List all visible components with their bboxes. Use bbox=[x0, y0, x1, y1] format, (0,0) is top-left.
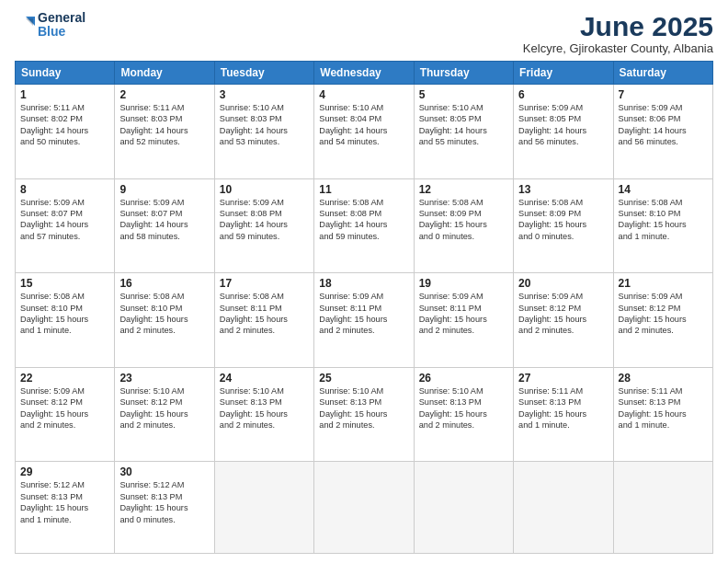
day-number: 7 bbox=[619, 88, 708, 101]
calendar-cell: 13Sunrise: 5:08 AM Sunset: 8:09 PM Dayli… bbox=[514, 178, 613, 273]
calendar-cell: 1Sunrise: 5:11 AM Sunset: 8:02 PM Daylig… bbox=[16, 85, 115, 179]
day-number: 27 bbox=[518, 372, 608, 385]
calendar-cell: 8Sunrise: 5:09 AM Sunset: 8:07 PM Daylig… bbox=[16, 178, 115, 273]
day-number: 18 bbox=[319, 277, 408, 290]
day-info: Sunrise: 5:11 AM Sunset: 8:03 PM Dayligh… bbox=[119, 102, 209, 148]
day-number: 25 bbox=[319, 372, 408, 385]
svg-marker-1 bbox=[26, 18, 33, 26]
day-number: 16 bbox=[119, 277, 209, 290]
day-number: 19 bbox=[419, 277, 508, 290]
header: General Blue June 2025 Kelcyre, Gjirokas… bbox=[15, 11, 713, 55]
calendar-cell: 10Sunrise: 5:09 AM Sunset: 8:08 PM Dayli… bbox=[214, 178, 313, 273]
day-info: Sunrise: 5:11 AM Sunset: 8:02 PM Dayligh… bbox=[20, 102, 109, 148]
calendar-cell: 17Sunrise: 5:08 AM Sunset: 8:11 PM Dayli… bbox=[214, 273, 313, 368]
calendar-cell: 19Sunrise: 5:09 AM Sunset: 8:11 PM Dayli… bbox=[414, 273, 513, 368]
day-number: 1 bbox=[20, 88, 109, 101]
day-info: Sunrise: 5:08 AM Sunset: 8:11 PM Dayligh… bbox=[220, 291, 309, 337]
calendar-cell: 30Sunrise: 5:12 AM Sunset: 8:13 PM Dayli… bbox=[115, 462, 214, 554]
logo-general: General bbox=[38, 10, 85, 25]
day-info: Sunrise: 5:09 AM Sunset: 8:06 PM Dayligh… bbox=[619, 102, 708, 148]
title-block: June 2025 Kelcyre, Gjirokaster County, A… bbox=[523, 11, 713, 55]
day-info: Sunrise: 5:11 AM Sunset: 8:13 PM Dayligh… bbox=[619, 385, 708, 431]
col-header-tuesday: Tuesday bbox=[214, 62, 313, 85]
calendar-cell: 27Sunrise: 5:11 AM Sunset: 8:13 PM Dayli… bbox=[514, 367, 613, 462]
day-number: 10 bbox=[220, 183, 309, 196]
day-info: Sunrise: 5:11 AM Sunset: 8:13 PM Dayligh… bbox=[518, 385, 608, 431]
col-header-saturday: Saturday bbox=[613, 62, 712, 85]
day-number: 5 bbox=[419, 88, 508, 101]
day-number: 11 bbox=[319, 183, 408, 196]
calendar-cell: 26Sunrise: 5:10 AM Sunset: 8:13 PM Dayli… bbox=[414, 367, 513, 462]
day-info: Sunrise: 5:09 AM Sunset: 8:11 PM Dayligh… bbox=[419, 291, 508, 337]
calendar-cell: 28Sunrise: 5:11 AM Sunset: 8:13 PM Dayli… bbox=[613, 367, 712, 462]
logo: General Blue bbox=[15, 11, 85, 40]
day-number: 6 bbox=[518, 88, 608, 101]
day-number: 13 bbox=[518, 183, 608, 196]
day-info: Sunrise: 5:09 AM Sunset: 8:07 PM Dayligh… bbox=[119, 197, 209, 243]
logo-triangle-icon bbox=[15, 15, 35, 35]
calendar-cell: 7Sunrise: 5:09 AM Sunset: 8:06 PM Daylig… bbox=[613, 85, 712, 179]
page: General Blue June 2025 Kelcyre, Gjirokas… bbox=[0, 0, 728, 563]
calendar-cell: 11Sunrise: 5:08 AM Sunset: 8:08 PM Dayli… bbox=[314, 178, 414, 273]
day-info: Sunrise: 5:08 AM Sunset: 8:10 PM Dayligh… bbox=[119, 291, 209, 337]
day-info: Sunrise: 5:08 AM Sunset: 8:09 PM Dayligh… bbox=[518, 197, 608, 243]
col-header-wednesday: Wednesday bbox=[314, 62, 414, 85]
day-number: 29 bbox=[20, 465, 109, 478]
day-number: 8 bbox=[20, 183, 109, 196]
day-info: Sunrise: 5:09 AM Sunset: 8:12 PM Dayligh… bbox=[20, 385, 109, 431]
calendar-cell: 24Sunrise: 5:10 AM Sunset: 8:13 PM Dayli… bbox=[214, 367, 313, 462]
calendar-cell: 14Sunrise: 5:08 AM Sunset: 8:10 PM Dayli… bbox=[613, 178, 712, 273]
calendar-cell: 4Sunrise: 5:10 AM Sunset: 8:04 PM Daylig… bbox=[314, 85, 414, 179]
calendar-cell bbox=[613, 462, 712, 554]
day-info: Sunrise: 5:09 AM Sunset: 8:08 PM Dayligh… bbox=[220, 197, 309, 243]
day-number: 15 bbox=[20, 277, 109, 290]
day-number: 20 bbox=[518, 277, 608, 290]
col-header-thursday: Thursday bbox=[414, 62, 513, 85]
calendar-cell: 5Sunrise: 5:10 AM Sunset: 8:05 PM Daylig… bbox=[414, 85, 513, 179]
day-info: Sunrise: 5:08 AM Sunset: 8:09 PM Dayligh… bbox=[419, 197, 508, 243]
subtitle: Kelcyre, Gjirokaster County, Albania bbox=[523, 41, 713, 55]
day-number: 21 bbox=[619, 277, 708, 290]
logo-blue: Blue bbox=[38, 24, 65, 39]
day-number: 26 bbox=[419, 372, 508, 385]
day-number: 4 bbox=[319, 88, 408, 101]
day-info: Sunrise: 5:08 AM Sunset: 8:08 PM Dayligh… bbox=[319, 197, 408, 243]
calendar-cell: 15Sunrise: 5:08 AM Sunset: 8:10 PM Dayli… bbox=[16, 273, 115, 368]
day-info: Sunrise: 5:10 AM Sunset: 8:12 PM Dayligh… bbox=[119, 385, 209, 431]
day-number: 9 bbox=[119, 183, 209, 196]
day-number: 17 bbox=[220, 277, 309, 290]
calendar-cell: 21Sunrise: 5:09 AM Sunset: 8:12 PM Dayli… bbox=[613, 273, 712, 368]
calendar-cell: 20Sunrise: 5:09 AM Sunset: 8:12 PM Dayli… bbox=[514, 273, 613, 368]
day-info: Sunrise: 5:09 AM Sunset: 8:11 PM Dayligh… bbox=[319, 291, 408, 337]
day-info: Sunrise: 5:10 AM Sunset: 8:13 PM Dayligh… bbox=[419, 385, 508, 431]
day-number: 2 bbox=[119, 88, 209, 101]
col-header-monday: Monday bbox=[115, 62, 214, 85]
calendar-cell: 18Sunrise: 5:09 AM Sunset: 8:11 PM Dayli… bbox=[314, 273, 414, 368]
day-number: 14 bbox=[619, 183, 708, 196]
calendar-cell: 3Sunrise: 5:10 AM Sunset: 8:03 PM Daylig… bbox=[214, 85, 313, 179]
day-info: Sunrise: 5:09 AM Sunset: 8:07 PM Dayligh… bbox=[20, 197, 109, 243]
day-number: 23 bbox=[119, 372, 209, 385]
logo-content: General Blue bbox=[15, 11, 85, 40]
calendar-cell: 12Sunrise: 5:08 AM Sunset: 8:09 PM Dayli… bbox=[414, 178, 513, 273]
day-info: Sunrise: 5:09 AM Sunset: 8:12 PM Dayligh… bbox=[518, 291, 608, 337]
calendar-table: SundayMondayTuesdayWednesdayThursdayFrid… bbox=[15, 61, 713, 554]
day-number: 22 bbox=[20, 372, 109, 385]
day-info: Sunrise: 5:08 AM Sunset: 8:10 PM Dayligh… bbox=[619, 197, 708, 243]
col-header-friday: Friday bbox=[514, 62, 613, 85]
calendar-cell: 22Sunrise: 5:09 AM Sunset: 8:12 PM Dayli… bbox=[16, 367, 115, 462]
day-info: Sunrise: 5:08 AM Sunset: 8:10 PM Dayligh… bbox=[20, 291, 109, 337]
day-number: 3 bbox=[220, 88, 309, 101]
day-info: Sunrise: 5:10 AM Sunset: 8:13 PM Dayligh… bbox=[319, 385, 408, 431]
calendar-cell bbox=[314, 462, 414, 554]
day-info: Sunrise: 5:12 AM Sunset: 8:13 PM Dayligh… bbox=[119, 479, 209, 525]
calendar-cell bbox=[414, 462, 513, 554]
day-info: Sunrise: 5:10 AM Sunset: 8:05 PM Dayligh… bbox=[419, 102, 508, 148]
day-info: Sunrise: 5:10 AM Sunset: 8:03 PM Dayligh… bbox=[220, 102, 309, 148]
day-number: 28 bbox=[619, 372, 708, 385]
day-info: Sunrise: 5:10 AM Sunset: 8:04 PM Dayligh… bbox=[319, 102, 408, 148]
day-info: Sunrise: 5:09 AM Sunset: 8:05 PM Dayligh… bbox=[518, 102, 608, 148]
calendar-cell: 16Sunrise: 5:08 AM Sunset: 8:10 PM Dayli… bbox=[115, 273, 214, 368]
calendar-cell bbox=[214, 462, 313, 554]
calendar-cell: 29Sunrise: 5:12 AM Sunset: 8:13 PM Dayli… bbox=[16, 462, 115, 554]
